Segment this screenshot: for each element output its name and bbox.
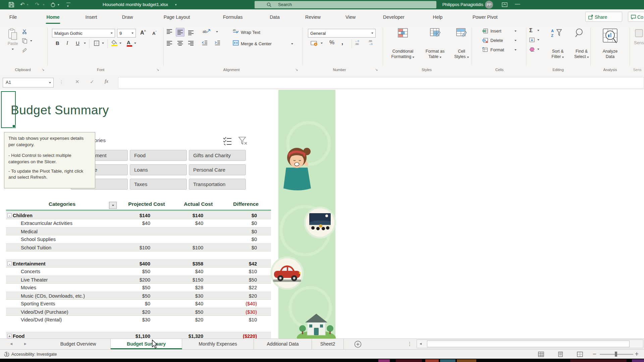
underline-dropdown-icon[interactable] <box>84 43 86 44</box>
cut-icon[interactable] <box>22 29 28 34</box>
slicer-button-loans[interactable]: Loans <box>130 164 187 175</box>
merge-center-dropdown-icon[interactable] <box>291 43 293 45</box>
ribbon-tab-insert[interactable]: Insert <box>84 9 98 25</box>
cell-actual-cost[interactable]: $28 <box>150 284 203 292</box>
scroll-left-icon[interactable]: ◂ <box>420 341 422 346</box>
cell-projected-cost[interactable]: $20 <box>83 308 150 316</box>
comma-style-button[interactable]: , <box>341 39 343 46</box>
redo-dropdown-icon[interactable]: ▾ <box>43 1 45 9</box>
cell-difference[interactable]: $50 <box>203 276 257 284</box>
cell-projected-cost[interactable]: $50 <box>83 292 150 300</box>
cell-actual-cost[interactable]: $40 <box>150 267 203 276</box>
ribbon-tab-review[interactable]: Review <box>304 9 322 25</box>
ribbon-tab-file[interactable]: File <box>8 9 18 25</box>
ribbon-tab-help[interactable]: Help <box>432 9 444 25</box>
save-icon[interactable] <box>8 2 14 8</box>
sheet-nav-next-icon[interactable]: ▸ <box>24 341 26 346</box>
ribbon-display-options-icon[interactable] <box>502 2 507 7</box>
format-painter-icon[interactable] <box>22 48 28 53</box>
middle-align-icon[interactable] <box>177 30 183 35</box>
slicer-button-transportation[interactable]: Transportation <box>189 179 246 190</box>
borders-dropdown-icon[interactable] <box>102 43 104 44</box>
ribbon-tab-formulas[interactable]: Formulas <box>222 9 244 25</box>
align-center-icon[interactable] <box>177 41 183 46</box>
horizontal-scrollbar-thumb[interactable] <box>427 341 630 347</box>
collapse-toggle-icon[interactable]: - <box>7 261 12 266</box>
italic-button[interactable]: I <box>66 40 68 46</box>
decrease-indent-icon[interactable] <box>202 40 208 45</box>
cell-projected-cost[interactable]: $400 <box>83 260 150 268</box>
borders-icon[interactable] <box>94 41 99 46</box>
autosum-dropdown-icon[interactable] <box>537 30 539 31</box>
cell-difference[interactable]: $42 <box>203 260 257 268</box>
cell-actual-cost[interactable]: $100 <box>150 244 203 252</box>
table-row[interactable]: -Entertainment$400$358$42 <box>6 259 271 267</box>
table-row[interactable]: Video/Dvd (Purchase)$20$50($30) <box>6 308 271 316</box>
merge-center-icon[interactable] <box>233 40 239 46</box>
table-row[interactable]: Video/Dvd (Rental)$30$20$10 <box>6 316 271 324</box>
font-dialog-launcher-icon[interactable]: ↘ <box>156 68 159 71</box>
table-row[interactable]: -Children$140$140$0 <box>6 211 271 219</box>
cell-difference[interactable]: ($30) <box>203 308 257 316</box>
ribbon-tab-data[interactable]: Data <box>268 9 281 25</box>
cell-difference[interactable]: ($40) <box>203 300 257 308</box>
font-color-icon[interactable]: A <box>127 40 132 47</box>
table-row[interactable]: Movies$50$28$22 <box>6 284 271 292</box>
merge-center-label[interactable]: Merge & Center <box>241 41 272 46</box>
autosum-icon[interactable]: Σ <box>529 27 533 34</box>
cell-styles-label2[interactable]: Styles <box>454 54 469 59</box>
table-row[interactable]: Extracurricular Activities$40$40$0 <box>6 219 271 227</box>
sort-filter-label2[interactable]: Filter <box>551 54 564 59</box>
increase-font-icon[interactable]: A^ <box>140 29 146 36</box>
accessibility-status[interactable]: Accessibility: Investigate <box>11 352 57 357</box>
cell-projected-cost[interactable]: $50 <box>83 267 150 276</box>
fill-icon[interactable] <box>529 38 535 42</box>
cell-actual-cost[interactable]: $20 <box>150 316 203 324</box>
accounting-dropdown-icon[interactable] <box>321 43 323 44</box>
redo-icon[interactable]: ↷ <box>35 1 39 9</box>
cell-difference[interactable]: $10 <box>203 316 257 324</box>
sheet-nav-prev-icon[interactable]: ◂ <box>10 341 12 346</box>
cell-actual-cost[interactable]: $40 <box>150 219 203 227</box>
cell-difference[interactable]: $0 <box>203 219 257 227</box>
insert-function-icon[interactable]: fx <box>105 78 108 84</box>
slicer-button-food[interactable]: Food <box>130 150 187 161</box>
cell-difference[interactable]: $0 <box>203 244 257 252</box>
cell-styles-label1[interactable]: Cell <box>458 49 465 54</box>
sheet-tab-additional-data[interactable]: Additional Data <box>254 339 312 349</box>
zoom-slider-thumb[interactable] <box>615 352 617 357</box>
collapse-toggle-icon[interactable]: - <box>7 213 12 218</box>
alignment-dialog-launcher-icon[interactable]: ↘ <box>295 68 298 71</box>
cell-actual-cost[interactable]: $1,320 <box>150 332 203 339</box>
conditional-formatting-label2[interactable]: Formatting <box>391 54 414 59</box>
insert-cells-label[interactable]: Insert <box>490 28 501 34</box>
top-align-icon[interactable] <box>167 29 172 34</box>
decrease-font-icon[interactable]: Aˇ <box>152 31 156 36</box>
table-row[interactable]: Medical$0 <box>6 227 271 235</box>
undo-icon[interactable]: ↶ <box>20 1 24 9</box>
ribbon-tab-home[interactable]: Home <box>45 9 61 25</box>
font-color-dropdown-icon[interactable] <box>134 43 136 44</box>
delete-cells-label[interactable]: Delete <box>490 38 503 43</box>
analyze-data-label1[interactable]: Analyze <box>603 49 618 54</box>
copy-icon[interactable] <box>22 38 28 44</box>
ribbon-tab-page-layout[interactable]: Page Layout <box>162 9 192 25</box>
table-row[interactable]: Music (CDs, Downloads, etc.)$50$30$20 <box>6 292 271 300</box>
increase-indent-icon[interactable] <box>215 40 220 45</box>
cell-actual-cost[interactable]: $40 <box>150 300 203 308</box>
bottom-align-icon[interactable] <box>188 31 194 35</box>
underline-button[interactable]: U <box>76 40 79 46</box>
percent-style-button[interactable]: % <box>329 39 334 46</box>
zoom-out-icon[interactable]: − <box>592 351 597 357</box>
sheet-tab-monthly-expenses[interactable]: Monthly Expenses <box>182 339 254 349</box>
cell-projected-cost[interactable]: $50 <box>83 284 150 292</box>
cell-difference[interactable]: $0 <box>203 228 257 236</box>
ribbon-tab-draw[interactable]: Draw <box>121 9 135 25</box>
wrap-text-icon[interactable]: ab <box>233 28 239 34</box>
view-page-layout-icon[interactable] <box>557 351 564 358</box>
align-right-icon[interactable] <box>188 41 194 46</box>
table-row[interactable]: School Supplies$0 <box>6 235 271 243</box>
zoom-in-icon[interactable]: + <box>635 351 639 357</box>
expand-toggle-icon[interactable]: + <box>7 334 12 338</box>
pivot-filter-button[interactable] <box>109 202 117 209</box>
